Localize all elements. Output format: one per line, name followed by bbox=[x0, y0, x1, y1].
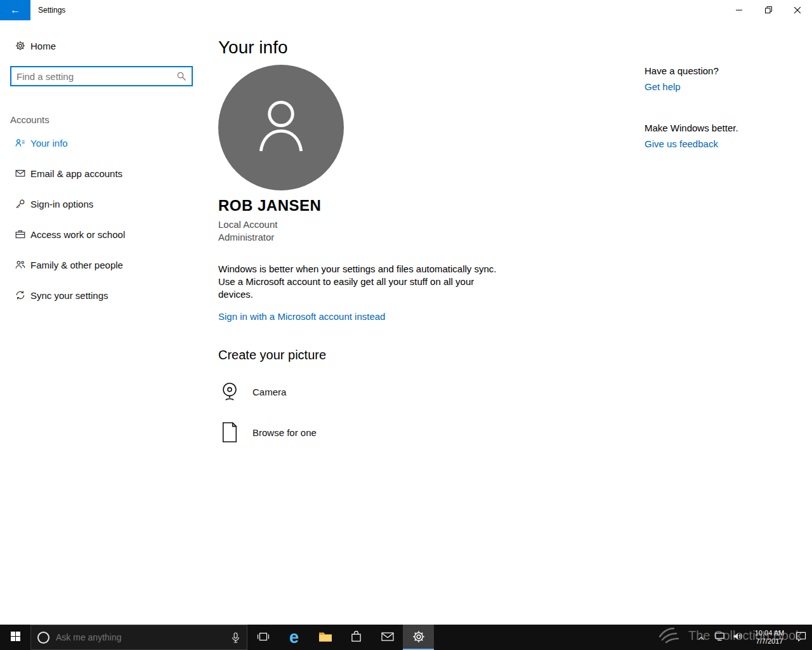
browse-option[interactable]: Browse for one bbox=[218, 421, 624, 444]
taskbar: e bbox=[0, 625, 812, 650]
restore-icon bbox=[765, 6, 772, 15]
sidebar-item-label: Sync your settings bbox=[30, 290, 108, 301]
chevron-up-icon bbox=[698, 633, 705, 642]
sidebar-item-label: Access work or school bbox=[30, 229, 125, 240]
settings-search-input[interactable] bbox=[11, 71, 176, 82]
envelope-icon bbox=[15, 168, 25, 178]
minimize-icon bbox=[736, 6, 742, 15]
sidebar-item-sync-your-settings[interactable]: Sync your settings bbox=[0, 282, 218, 308]
hidden-icons-button[interactable] bbox=[693, 625, 710, 650]
your-info-page: Your info ROB JANSEN Local Account Admin… bbox=[218, 20, 624, 444]
clock-date: 7/7/2017 bbox=[748, 637, 791, 646]
sidebar-home-label: Home bbox=[30, 41, 56, 51]
two-people-icon bbox=[15, 260, 25, 270]
file-explorer-button[interactable] bbox=[310, 625, 341, 650]
help-panel: Have a question? Get help Make Windows b… bbox=[645, 20, 803, 149]
browse-label: Browse for one bbox=[252, 427, 317, 438]
sidebar-section-accounts: Accounts bbox=[10, 114, 218, 125]
action-center-icon bbox=[796, 632, 806, 644]
sidebar-item-email-app-accounts[interactable]: Email & app accounts bbox=[0, 161, 218, 186]
start-button[interactable] bbox=[0, 625, 30, 650]
webcam-icon bbox=[218, 380, 241, 403]
minimize-button[interactable] bbox=[724, 0, 754, 20]
page-title: Your info bbox=[218, 36, 624, 60]
volume-button[interactable] bbox=[730, 625, 747, 650]
taskbar-clock[interactable]: 10:04 AM 7/7/2017 bbox=[748, 629, 791, 646]
briefcase-icon bbox=[15, 229, 25, 239]
camera-label: Camera bbox=[252, 387, 286, 397]
accounts-nav: Your info Email & app accounts Sign-in o… bbox=[0, 130, 218, 308]
window-title: Settings bbox=[38, 6, 65, 15]
sidebar-item-access-work-school[interactable]: Access work or school bbox=[0, 222, 218, 247]
network-icon bbox=[715, 632, 724, 643]
close-icon bbox=[794, 6, 801, 15]
restore-button[interactable] bbox=[754, 0, 783, 20]
close-button[interactable] bbox=[783, 0, 812, 20]
create-picture-heading: Create your picture bbox=[218, 348, 624, 362]
mail-icon bbox=[381, 632, 394, 644]
sync-icon bbox=[15, 290, 25, 300]
account-type: Local Account bbox=[218, 218, 624, 231]
store-button[interactable] bbox=[341, 625, 372, 650]
edge-icon: e bbox=[289, 629, 299, 646]
titlebar: ← Settings bbox=[0, 0, 812, 20]
sidebar-item-label: Sign-in options bbox=[30, 199, 93, 209]
window-controls bbox=[724, 0, 812, 20]
camera-option[interactable]: Camera bbox=[218, 380, 624, 403]
task-view-button[interactable] bbox=[247, 625, 278, 650]
edge-button[interactable]: e bbox=[278, 625, 310, 650]
sidebar-item-home[interactable]: Home bbox=[15, 34, 218, 57]
system-tray: 10:04 AM 7/7/2017 bbox=[693, 625, 812, 650]
person-silhouette-icon bbox=[242, 88, 320, 168]
key-icon bbox=[15, 199, 25, 209]
task-view-icon bbox=[257, 632, 270, 644]
user-name: ROB JANSEN bbox=[218, 197, 624, 215]
sidebar-item-label: Your info bbox=[30, 138, 68, 149]
cortana-circle-icon bbox=[37, 632, 49, 644]
search-icon[interactable] bbox=[176, 71, 187, 81]
have-a-question-label: Have a question? bbox=[645, 65, 803, 76]
give-feedback-link[interactable]: Give us feedback bbox=[645, 138, 803, 149]
shopping-bag-icon bbox=[351, 630, 362, 644]
make-windows-better-label: Make Windows better. bbox=[645, 123, 803, 133]
avatar bbox=[218, 65, 344, 190]
settings-gear-icon bbox=[412, 630, 425, 645]
cortana-search-box[interactable] bbox=[30, 625, 247, 650]
gear-icon bbox=[15, 41, 25, 51]
settings-search-box bbox=[10, 66, 193, 86]
windows-logo-icon bbox=[11, 632, 20, 643]
get-help-link[interactable]: Get help bbox=[645, 81, 803, 92]
sign-in-microsoft-link[interactable]: Sign in with a Microsoft account instead bbox=[218, 311, 385, 322]
sidebar-item-sign-in-options[interactable]: Sign-in options bbox=[0, 191, 218, 216]
volume-icon bbox=[733, 632, 743, 642]
settings-sidebar: Home Accounts Your info Email & app acco… bbox=[0, 20, 218, 625]
sidebar-item-family-other-people[interactable]: Family & other people bbox=[0, 252, 218, 277]
sidebar-item-label: Family & other people bbox=[30, 260, 123, 270]
contact-card-icon bbox=[15, 138, 25, 148]
back-arrow-icon: ← bbox=[10, 4, 20, 16]
sidebar-item-label: Email & app accounts bbox=[30, 168, 122, 179]
microphone-icon[interactable] bbox=[231, 632, 240, 643]
clock-time: 10:04 AM bbox=[748, 629, 791, 637]
action-center-button[interactable] bbox=[792, 625, 809, 650]
network-button[interactable] bbox=[711, 625, 728, 650]
folder-icon bbox=[318, 631, 332, 644]
back-button[interactable]: ← bbox=[0, 0, 30, 20]
mail-button[interactable] bbox=[372, 625, 403, 650]
sidebar-item-your-info[interactable]: Your info bbox=[0, 130, 218, 156]
taskbar-search-input[interactable] bbox=[56, 632, 225, 642]
account-role: Administrator bbox=[218, 231, 624, 244]
settings-app-button[interactable] bbox=[403, 625, 434, 650]
document-page-icon bbox=[218, 421, 241, 444]
sync-message: Windows is better when your settings and… bbox=[218, 263, 510, 301]
